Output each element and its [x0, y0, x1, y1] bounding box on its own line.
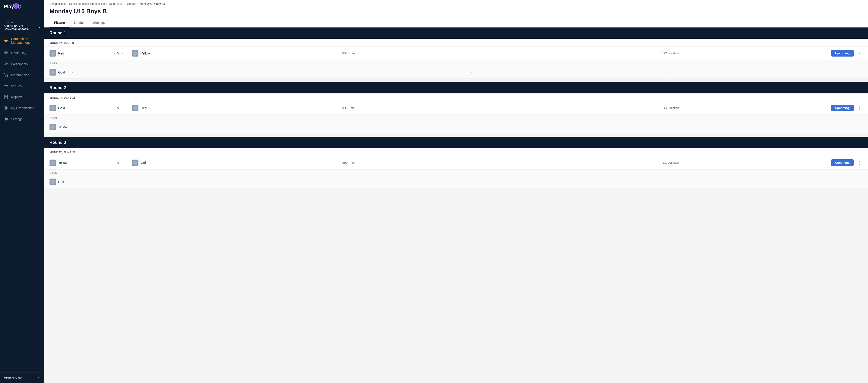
main-content: Competitions › Senior Domestic Competiti… [44, 0, 868, 383]
fixture-status: Upcoming ⋮ [831, 105, 863, 111]
status-badge: Upcoming [831, 159, 854, 166]
tab-settings[interactable]: Settings [89, 18, 109, 28]
home-team-shield [50, 105, 56, 111]
user-chevron-icon [37, 376, 40, 380]
home-team: Gold [50, 105, 104, 111]
fixture-location: TBC Location [509, 106, 831, 110]
round-1-body: MONDAY, JUNE 8 Red - V - [44, 39, 868, 78]
sidebar-item-game-day[interactable]: Game Day [0, 47, 44, 59]
fixture-menu-button[interactable]: ⋮ [856, 160, 863, 166]
table-row: Yellow - V - Gold TBC Time TBC Locat [44, 156, 868, 169]
user-footer[interactable]: Michael Sloan [0, 372, 44, 383]
fixture-time: TBC Time [187, 161, 509, 164]
round-2-body: MONDAY, JUNE 15 Gold - V - [44, 94, 868, 133]
breadcrumb-grades[interactable]: Grades [127, 2, 136, 5]
fixture-location: TBC Location [509, 51, 831, 55]
away-team-name: Gold [141, 161, 148, 165]
fixture-time: TBC Time [187, 51, 509, 55]
sidebar-item-label: Settings [11, 117, 23, 121]
logo-shield-icon [13, 3, 19, 9]
away-team-name: Yellow [141, 51, 150, 55]
bye-row: Red - - - [44, 176, 868, 188]
sidebar-item-reports[interactable]: Reports [0, 92, 44, 103]
breadcrumb-winter-2020[interactable]: Winter 2020 [108, 2, 123, 5]
bye-team-name: Yellow [58, 125, 67, 129]
breadcrumb-current: Monday U15 Boys B [140, 2, 165, 5]
venues-icon [4, 84, 8, 89]
fixture-location: TBC Location [509, 161, 831, 164]
round-3-header: Round 3 [44, 137, 868, 148]
bye-team-shield [50, 69, 56, 75]
svg-point-15 [5, 118, 7, 120]
home-team-shield [50, 160, 56, 166]
bye-team-shield [50, 124, 56, 130]
svg-rect-8 [4, 85, 8, 88]
fixture-score: - V - [104, 51, 132, 55]
fixture-menu-button[interactable]: ⋮ [856, 105, 863, 111]
sidebar-item-my-organisation[interactable]: My Organisation + [0, 103, 44, 113]
bye-team-name: Gold [58, 71, 65, 74]
page-title: Monday U15 Boys B [50, 6, 863, 18]
tab-fixture[interactable]: Fixture [50, 18, 69, 28]
trophy-icon [4, 38, 8, 43]
participants-icon [4, 62, 8, 66]
bye-row: Yellow - - - [44, 121, 868, 133]
using-as-section: Using as Albert Park Jnr Basketball Asso… [0, 19, 44, 34]
sidebar-nav: Competition Management Game Day Particip… [0, 34, 44, 372]
status-badge: Upcoming [831, 50, 854, 57]
away-team-shield [132, 50, 138, 57]
using-as-label: Using as [4, 21, 40, 24]
tab-ladder[interactable]: Ladder [69, 18, 89, 28]
svg-point-4 [5, 63, 6, 64]
sidebar-item-participants[interactable]: Participants [0, 59, 44, 70]
round-1-date: MONDAY, JUNE 8 [44, 39, 868, 47]
breadcrumb: Competitions › Senior Domestic Competiti… [50, 0, 863, 6]
round-separator [44, 78, 868, 82]
byes-header: BYES [44, 115, 868, 121]
away-team-shield [132, 160, 138, 166]
sidebar: PlayHQ Using as Albert Park Jnr Basketba… [0, 0, 44, 383]
svg-point-2 [5, 53, 5, 54]
sidebar-item-label: Competition Management [11, 37, 40, 44]
away-team: Red [132, 105, 187, 111]
round-1-header: Round 1 [44, 28, 868, 39]
fixture-score: - V - [104, 106, 132, 110]
bye-row: Gold - - - [44, 66, 868, 78]
sidebar-item-venues[interactable]: Venues [0, 80, 44, 92]
bye-team-shield [50, 179, 56, 185]
table-row: Red - V - Yellow TBC Time TBC Locati [44, 47, 868, 60]
reports-icon [4, 95, 8, 99]
round-2-header: Round 2 [44, 82, 868, 94]
breadcrumb-competitions[interactable]: Competitions [50, 2, 66, 5]
merchandise-plus-icon: + [39, 73, 41, 78]
away-team: Yellow [132, 50, 187, 57]
home-team-name: Red [58, 51, 64, 55]
sidebar-item-settings[interactable]: Settings + [0, 113, 44, 125]
sidebar-item-label: Venues [11, 84, 22, 88]
svg-point-3 [6, 53, 6, 54]
sidebar-item-competition-management[interactable]: Competition Management [0, 34, 44, 47]
fixture-score: - V - [104, 161, 132, 165]
home-team-name: Yellow [58, 161, 67, 165]
breadcrumb-senior-domestic[interactable]: Senior Domestic Competition [69, 2, 105, 5]
settings-plus-icon: + [39, 117, 41, 121]
round-3-section: Round 3 MONDAY, JUNE 22 Yellow - V - [44, 137, 868, 188]
chevron-down-icon [38, 26, 40, 29]
fixture-menu-button[interactable]: ⋮ [856, 50, 863, 57]
sidebar-item-label: My Organisation [11, 106, 34, 110]
svg-point-7 [7, 76, 7, 77]
settings-icon [4, 117, 8, 121]
home-team: Red [50, 50, 104, 57]
content-area: Round 1 MONDAY, JUNE 8 Red - V - [44, 28, 868, 383]
round-3-date: MONDAY, JUNE 22 [44, 148, 868, 156]
round-separator [44, 133, 868, 137]
org-name: Albert Park Jnr Basketball Associa [4, 24, 37, 31]
away-team-name: Red [141, 106, 147, 110]
logo-area: PlayHQ [0, 0, 44, 19]
sidebar-item-label: Reports [11, 95, 22, 99]
away-team: Gold [132, 160, 187, 166]
svg-point-6 [5, 76, 6, 77]
fixture-status: Upcoming ⋮ [831, 50, 863, 57]
org-selector[interactable]: Albert Park Jnr Basketball Associa [4, 24, 40, 31]
sidebar-item-merchandise[interactable]: Merchandise + [0, 70, 44, 80]
